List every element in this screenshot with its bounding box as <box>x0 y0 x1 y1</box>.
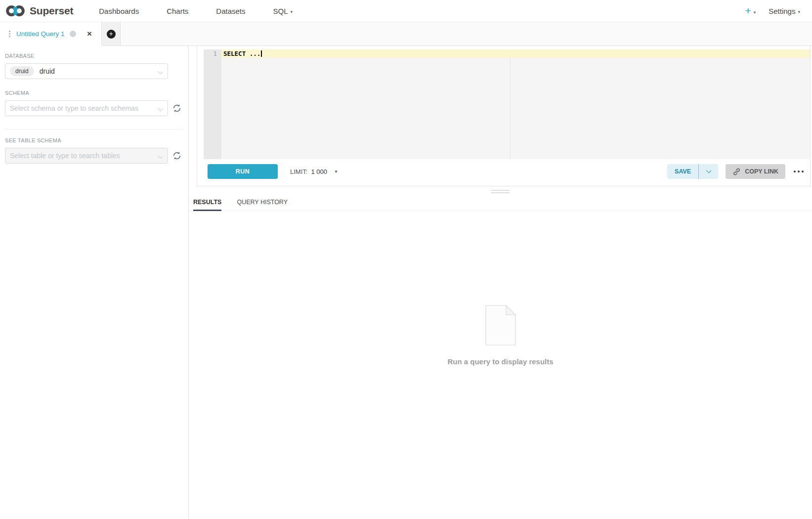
link-icon <box>732 168 741 176</box>
caret-down-icon: ▼ <box>334 170 338 174</box>
plus-icon: + <box>745 5 751 16</box>
sqllab-sidebar: DATABASE druid druid SCHEMA Select schem… <box>0 46 189 519</box>
schema-label: SCHEMA <box>5 90 183 96</box>
sql-editor-container: 1 SELECT ... RUN LIMIT: 1 000 ▼ SAVE <box>197 46 811 186</box>
chevron-down-icon <box>158 70 162 74</box>
table-select[interactable]: Select table or type to search tables <box>5 148 168 164</box>
settings-menu[interactable]: Settings▾ <box>769 7 800 15</box>
print-margin-line <box>510 49 511 159</box>
chevron-down-icon <box>158 107 162 111</box>
query-tab-title: Untitled Query 1 <box>16 30 65 38</box>
refresh-schemas-button[interactable] <box>172 104 181 113</box>
sync-icon <box>172 104 181 113</box>
database-select[interactable]: druid druid <box>5 63 168 79</box>
database-label: DATABASE <box>5 53 183 59</box>
caret-down-icon: ▾ <box>798 9 800 14</box>
query-tab-strip: Untitled Query 1 ✕ + <box>0 22 812 46</box>
menu-dashboards[interactable]: Dashboards <box>85 7 153 15</box>
new-query-tab-button[interactable]: + <box>102 22 121 45</box>
active-code-line: SELECT ... <box>221 49 810 58</box>
editor-toolbar: RUN LIMIT: 1 000 ▼ SAVE COPY LIN <box>197 159 810 186</box>
menu-sql[interactable]: SQL▾ <box>259 7 307 15</box>
sql-editor-panel: 1 SELECT ... RUN LIMIT: 1 000 ▼ SAVE <box>189 46 812 519</box>
more-actions-button[interactable] <box>792 168 806 175</box>
caret-down-icon: ▾ <box>291 9 293 14</box>
close-icon[interactable]: ✕ <box>87 30 92 38</box>
superset-infinity-icon <box>5 4 26 17</box>
tab-results[interactable]: RESULTS <box>193 197 221 211</box>
superset-logo[interactable]: Superset <box>5 4 73 17</box>
brand-name: Superset <box>30 5 73 17</box>
sql-text: SELECT ... <box>223 50 260 57</box>
schema-select[interactable]: Select schema or type to search schemas <box>5 100 168 116</box>
sidebar-divider <box>5 129 183 130</box>
menu-charts[interactable]: Charts <box>153 7 202 15</box>
database-type-badge: druid <box>10 66 34 76</box>
sync-icon <box>172 151 181 160</box>
limit-value: 1 000 <box>311 168 327 175</box>
top-navbar: Superset Dashboards Charts Datasets SQL▾… <box>0 0 812 22</box>
text-cursor <box>261 50 262 57</box>
table-schema-label: SEE TABLE SCHEMA <box>5 137 183 143</box>
drag-handle-icon[interactable] <box>9 31 10 37</box>
document-icon <box>485 305 516 346</box>
run-button[interactable]: RUN <box>208 164 278 179</box>
line-number: 1 <box>204 49 217 58</box>
save-split-button: SAVE <box>667 164 718 179</box>
pane-resize-handle[interactable] <box>189 186 812 197</box>
caret-down-icon: ▾ <box>754 10 756 15</box>
tab-query-history[interactable]: QUERY HISTORY <box>237 197 288 211</box>
tab-untitled-query-1[interactable]: Untitled Query 1 ✕ <box>0 22 102 46</box>
save-button[interactable]: SAVE <box>667 164 698 179</box>
copy-link-button[interactable]: COPY LINK <box>726 164 785 179</box>
chevron-down-icon <box>158 154 162 158</box>
table-placeholder: Select table or type to search tables <box>10 152 120 160</box>
results-tab-bar: RESULTS QUERY HISTORY <box>189 197 812 211</box>
chevron-down-icon <box>706 168 711 173</box>
schema-placeholder: Select schema or type to search schemas <box>10 104 138 112</box>
main-menu: Dashboards Charts Datasets SQL▾ <box>85 7 306 15</box>
results-empty-state: Run a query to display results <box>189 211 812 519</box>
editor-code-area[interactable]: SELECT ... <box>221 49 810 159</box>
editor-gutter: 1 <box>204 49 221 159</box>
new-item-button[interactable]: +▾ <box>745 5 756 16</box>
save-options-button[interactable] <box>698 164 718 179</box>
limit-label: LIMIT: <box>290 168 307 175</box>
menu-datasets[interactable]: Datasets <box>202 7 259 15</box>
unsaved-indicator-dot <box>70 31 76 37</box>
plus-circle-icon: + <box>107 30 116 39</box>
limit-dropdown[interactable]: LIMIT: 1 000 ▼ <box>290 168 338 175</box>
code-editor[interactable]: 1 SELECT ... <box>204 49 810 159</box>
refresh-tables-button[interactable] <box>172 151 181 160</box>
empty-state-message: Run a query to display results <box>447 357 553 366</box>
database-value: druid <box>40 67 55 75</box>
